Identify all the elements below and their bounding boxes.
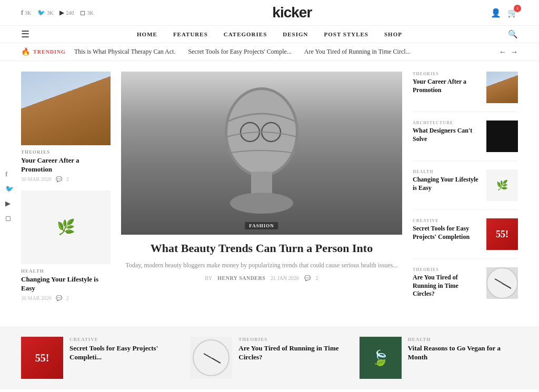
featured-title[interactable]: What Beauty Trends Can Turn a Person Int… (121, 241, 402, 256)
nav-design[interactable]: DESIGN (283, 31, 308, 37)
right-column: THEORIES Your Career After a Promotion A… (413, 72, 518, 316)
search-icon[interactable]: 🔍 (508, 29, 518, 39)
trending-prev-arrow[interactable]: ← (499, 48, 506, 56)
instagram-social[interactable]: ◻ 3K (80, 9, 93, 17)
triangle-thumb (21, 72, 111, 145)
leaves-icon: 🍃 (371, 349, 390, 367)
bottom-info-1: CREATIVE Secret Tools for Easy Projects'… (69, 337, 179, 362)
bottom-clock-min (211, 357, 221, 363)
bottom-card-2: THEORIES Are You Tired of Running in Tim… (190, 337, 348, 379)
right-art-1-thumb (486, 72, 518, 103)
main-nav: ☰ HOME FEATURES CATEGORIES DESIGN POST S… (0, 26, 539, 43)
trending-label: 🔥 TRENDING (21, 47, 66, 56)
featured-excerpt: Today, modern beauty bloggers make money… (121, 260, 402, 270)
bottom-cat-1: CREATIVE (69, 337, 179, 342)
left-column: THEORIES Your Career After a Promotion 3… (21, 72, 111, 316)
trending-bar: 🔥 TRENDING This is What Physical Therapy… (0, 43, 539, 61)
nav-shop[interactable]: SHOP (384, 31, 402, 37)
bottom-title-3[interactable]: Vital Reasons to Go Vegan for a Month (408, 344, 518, 362)
site-logo[interactable]: kicker (272, 4, 312, 21)
bottom-thumb-2 (190, 337, 232, 379)
bottom-red-thumb: 55! (21, 337, 63, 379)
plant-icon-2: 🌿 (496, 179, 508, 191)
featured-category: FASHION (245, 222, 278, 229)
youtube-icon: ▶ (59, 9, 64, 17)
nav-features[interactable]: FEATURES (173, 31, 208, 37)
right-article-2: ARCHITECTURE What Designers Can't Solve (413, 120, 518, 161)
top-bar-actions: 👤 🛒 1 (491, 8, 518, 18)
user-icon[interactable]: 👤 (491, 8, 501, 18)
red-thumb: 55! (486, 218, 518, 250)
right-art-5-info: THEORIES Are You Tired of Running in Tim… (413, 267, 481, 298)
left-article-1-date: 30 MAR 2020 (21, 176, 52, 182)
nav-post-styles[interactable]: POST STYLES (324, 31, 368, 37)
comment-icon: 💬 (56, 176, 62, 182)
trending-item-3[interactable]: Are You Tired of Running in Time Circl..… (304, 48, 411, 56)
bottom-cat-2: THEORIES (238, 337, 348, 342)
clock-hour-hand (495, 278, 503, 284)
youtube-social[interactable]: ▶ 240 (59, 9, 74, 17)
right-article-1: THEORIES Your Career After a Promotion (413, 72, 518, 112)
twitter-social[interactable]: 🐦 3K (37, 9, 53, 17)
bottom-card-3: 🍃 HEALTH Vital Reasons to Go Vegan for a… (360, 337, 518, 379)
cart-badge: 1 (514, 5, 521, 12)
left-article-2: 🌿 HEALTH Changing Your Lifestyle is Easy… (21, 190, 111, 301)
side-instagram-icon[interactable]: ◻ (5, 214, 14, 223)
bottom-title-2[interactable]: Are You Tired of Running in Time Circles… (238, 344, 348, 362)
book-label: 55! (496, 229, 508, 240)
featured-author[interactable]: HENRY SANDERS (217, 275, 265, 281)
featured-img-bg (121, 72, 402, 235)
trending-next-arrow[interactable]: → (511, 48, 518, 56)
right-art-3-title[interactable]: Changing Your Lifestyle is Easy (413, 176, 481, 192)
trending-items: This is What Physical Therapy Can Act. S… (74, 48, 491, 56)
featured-comments: 2 (316, 275, 318, 281)
bottom-book-label: 55! (35, 352, 49, 364)
trending-navigation: ← → (499, 48, 518, 56)
bottom-card-1: 55! CREATIVE Secret Tools for Easy Proje… (21, 337, 179, 379)
right-art-1-title[interactable]: Your Career After a Promotion (413, 78, 481, 94)
bottom-title-1[interactable]: Secret Tools for Easy Projects' Completi… (69, 344, 179, 362)
right-art-5-title[interactable]: Are You Tired of Running in Time Circles… (413, 274, 481, 298)
right-plant-thumb: 🌿 (486, 169, 518, 201)
left-article-2-meta: 30 MAR 2020 💬 2 (21, 295, 111, 301)
left-article-2-thumb: 🌿 (21, 190, 111, 264)
right-art-4-info: CREATIVE Secret Tools for Easy Projects'… (413, 218, 481, 241)
trending-item-1[interactable]: This is What Physical Therapy Can Act. (74, 48, 176, 56)
featured-image: FASHION (121, 72, 402, 235)
featured-date: 21 JAN 2020 (271, 275, 298, 281)
right-art-2-title[interactable]: What Designers Can't Solve (413, 127, 481, 143)
left-article-1-meta: 30 MAR 2020 💬 2 (21, 176, 111, 182)
right-article-3: HEALTH Changing Your Lifestyle is Easy 🌿 (413, 169, 518, 210)
right-art-2-category: ARCHITECTURE (413, 120, 481, 125)
right-art-1-category: THEORIES (413, 72, 481, 76)
clock-minute-hand (502, 283, 512, 288)
left-article-2-comments: 2 (66, 295, 69, 301)
side-youtube-icon[interactable]: ▶ (5, 199, 14, 208)
bottom-thumb-3: 🍃 (360, 337, 402, 379)
right-art-5-category: THEORIES (413, 267, 481, 272)
right-art-4-title[interactable]: Secret Tools for Easy Projects' Completi… (413, 225, 481, 241)
left-article-2-category: HEALTH (21, 268, 111, 274)
main-content: THEORIES Your Career After a Promotion 3… (0, 61, 539, 326)
left-article-2-date: 30 MAR 2020 (21, 295, 52, 301)
side-facebook-icon[interactable]: f (5, 170, 14, 178)
left-article-2-title[interactable]: Changing Your Lifestyle is Easy (21, 275, 111, 293)
facebook-social[interactable]: f 3K (21, 9, 31, 17)
top-bar: f 3K 🐦 3K ▶ 240 ◻ 3K kicker 👤 🛒 1 (0, 0, 539, 26)
right-art-3-category: HEALTH (413, 169, 481, 174)
bottom-info-2: THEORIES Are You Tired of Running in Tim… (238, 337, 348, 362)
cart-icon[interactable]: 🛒 1 (507, 8, 518, 18)
instagram-count: 3K (87, 10, 93, 16)
hamburger-icon[interactable]: ☰ (21, 28, 29, 40)
nav-categories[interactable]: CATEGORIES (224, 31, 267, 37)
side-twitter-icon[interactable]: 🐦 (5, 185, 14, 193)
bottom-clock-hour (204, 353, 212, 358)
left-article-1-title[interactable]: Your Career After a Promotion (21, 156, 111, 174)
youtube-count: 240 (66, 10, 74, 16)
dark-thumb (486, 120, 518, 152)
trending-item-2[interactable]: Secret Tools for Easy Projects' Comple..… (188, 48, 291, 56)
trending-fire-icon: 🔥 (21, 47, 31, 56)
left-article-1-thumb (21, 72, 111, 145)
nav-home[interactable]: HOME (137, 31, 157, 37)
portrait-silhouette (209, 79, 314, 227)
